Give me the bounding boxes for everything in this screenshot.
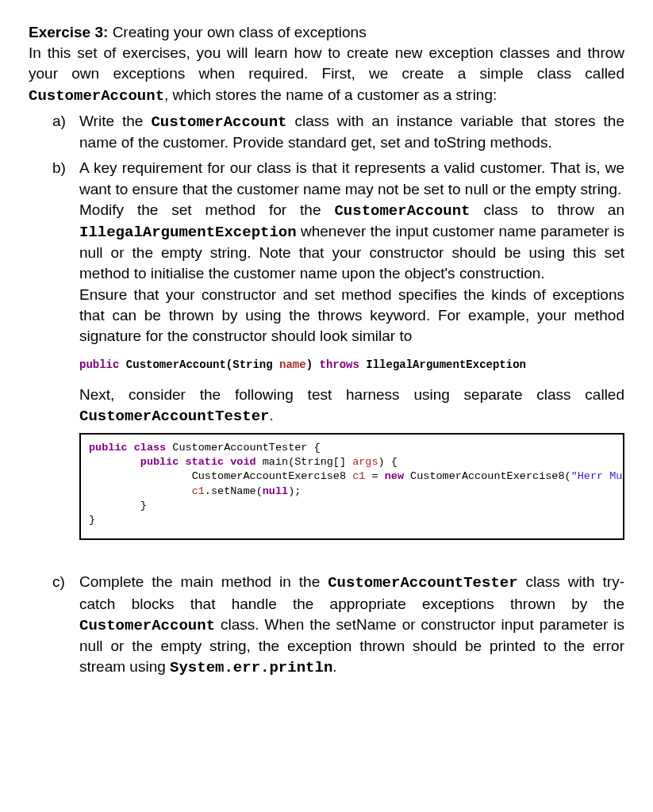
item-b-p2-c1: CustomerAccount (334, 202, 470, 220)
item-b-p4-t2: . (269, 407, 273, 423)
item-b-p2-t2: class to throw an (470, 201, 624, 218)
item-b-p4-c1: CustomerAccountTester (79, 408, 269, 425)
item-c-marker: c) (52, 572, 65, 592)
intro-pre: In this set of exercises, you will learn… (29, 44, 624, 82)
constructor-signature: public CustomerAccount(String name) thro… (79, 358, 624, 373)
item-c-c1: CustomerAccountTester (328, 574, 517, 592)
exercise-title-rest: Creating your own class of exceptions (108, 24, 366, 40)
item-c-t1: Complete the main method in the (79, 573, 328, 590)
item-b-p2-t1: Modify the set method for the (79, 201, 334, 218)
item-b: b) A key requirement for our class is th… (52, 158, 624, 540)
item-a-t1: Write the (79, 113, 151, 129)
intro-post: , which stores the name of a customer as… (164, 86, 497, 103)
item-c: c) Complete the main method in the Custo… (52, 572, 624, 678)
item-a: a) Write the CustomerAccount class with … (52, 111, 624, 153)
item-b-marker: b) (52, 158, 66, 178)
item-c-c2: CustomerAccount (79, 617, 215, 634)
exercise-title-bold: Exercise 3: (29, 24, 108, 40)
item-b-p2-c2: IllegalArgumentException (79, 224, 297, 241)
item-b-p1: A key requirement for our class is that … (79, 159, 624, 197)
exercise-intro: Exercise 3: Creating your own class of e… (29, 22, 624, 106)
item-a-c1: CustomerAccount (151, 113, 286, 131)
item-b-p3: Ensure that your constructor and set met… (79, 286, 624, 344)
item-c-t4: . (332, 658, 336, 675)
item-a-marker: a) (52, 111, 66, 132)
exercise-list: a) Write the CustomerAccount class with … (52, 111, 624, 679)
item-b-p4-t1: Next, consider the following test harnes… (79, 386, 624, 403)
intro-code: CustomerAccount (29, 87, 164, 105)
code-box: public class CustomerAccountTester { pub… (79, 433, 624, 540)
item-c-c3: System.err.println (170, 659, 332, 676)
